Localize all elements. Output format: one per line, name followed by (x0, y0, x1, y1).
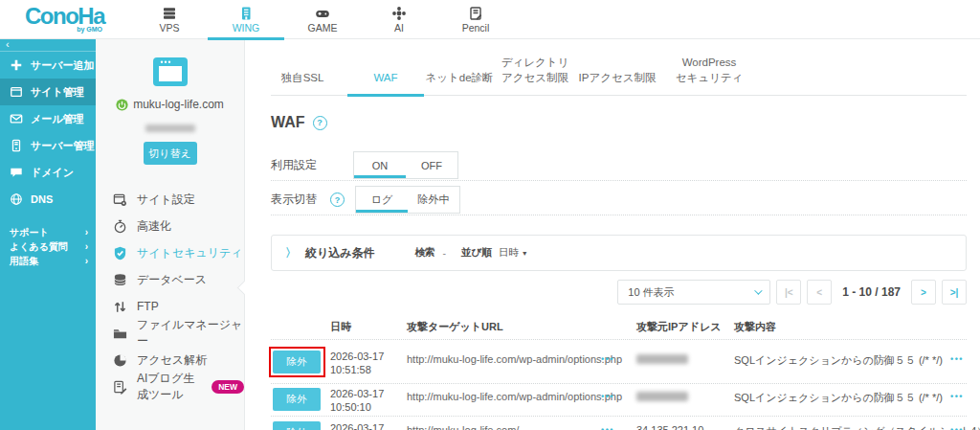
redacted-ip (636, 354, 688, 364)
search-label: 検索 (415, 246, 435, 260)
row-more-button[interactable]: ••• (950, 425, 964, 430)
server-icon (162, 6, 177, 21)
column-header-attack-content: 攻撃内容 (734, 320, 776, 334)
search-value[interactable]: - (443, 247, 447, 259)
first-page-button[interactable]: |< (776, 280, 801, 305)
sidebar-item-server-management[interactable]: サーバー管理 (0, 132, 96, 159)
menu-label: FTP (137, 300, 159, 313)
sort-value[interactable]: 日時 ▼ (499, 246, 528, 260)
site-name: muku-log-life.com (133, 98, 224, 111)
cell-source-ip: 34.135.221.10 (636, 424, 703, 430)
row-more-button[interactable]: ••• (950, 392, 964, 401)
prev-page-button[interactable]: < (807, 280, 832, 305)
usage-on-button[interactable]: ON (354, 152, 406, 178)
url-more-button[interactable]: ••• (601, 392, 614, 401)
last-page-button[interactable]: >| (942, 280, 967, 305)
sidebar-item-faq[interactable]: よくある質問 › (0, 239, 96, 254)
switch-site-button[interactable]: 切り替え (144, 142, 197, 165)
display-excluded-button[interactable]: 除外中 (408, 187, 459, 213)
per-page-select[interactable]: 10 件表示 (617, 280, 770, 305)
building-icon (238, 6, 254, 21)
glossary-label: 用語集 (10, 255, 38, 268)
chevron-down-icon (754, 286, 762, 294)
menu-item-ai-blog-tool[interactable]: AIブログ生成ツール NEW (96, 373, 244, 400)
sidebar-item-mail-management[interactable]: メール管理 (0, 105, 96, 132)
mail-icon (10, 112, 23, 125)
exclude-button[interactable]: 除外 (273, 351, 321, 373)
pie-chart-icon (113, 353, 127, 368)
menu-item-site-security[interactable]: サイトセキュリティ (96, 239, 244, 266)
gamepad-icon (315, 6, 330, 21)
security-tabs: 独自SSL WAF ネットde診断 ディレクトリ アクセス制限 IPアクセス制限… (271, 53, 967, 96)
conoha-logo[interactable]: ConoHa by GMO (25, 5, 104, 33)
display-log-button[interactable]: ログ (356, 187, 408, 213)
stopwatch-icon (113, 219, 127, 234)
new-badge: NEW (212, 380, 244, 394)
tab-directory-access-restriction[interactable]: ディレクトリ アクセス制限 (495, 55, 575, 95)
tab-ip-access-restriction[interactable]: IPアクセス制限 (575, 70, 659, 95)
chevron-right-icon: › (85, 227, 88, 238)
row-more-button[interactable]: ••• (950, 354, 964, 364)
sidebar-label: サイト管理 (31, 85, 84, 100)
nav-wing[interactable]: WING (208, 0, 284, 39)
nav-ai-label: AI (394, 22, 404, 34)
pagination: 10 件表示 |< < 1 - 10 / 187 > >| (617, 280, 967, 305)
help-icon[interactable]: ? (313, 116, 327, 130)
sidebar-item-domain[interactable]: ドメイン (0, 159, 96, 186)
nav-ai[interactable]: AI (361, 0, 437, 39)
menu-item-access-analytics[interactable]: アクセス解析 (96, 347, 244, 373)
sidebar-item-dns[interactable]: DNS (0, 186, 96, 213)
redacted-plan-name (145, 124, 195, 132)
nav-pencil[interactable]: Pencil (437, 0, 514, 39)
display-toggle: ログ 除外中 (355, 186, 460, 214)
sidebar-collapse-button[interactable]: ‹ (0, 39, 96, 52)
help-icon[interactable]: ? (330, 192, 345, 207)
tab-waf[interactable]: WAF (347, 70, 424, 95)
next-page-button[interactable]: > (911, 280, 936, 305)
sidebar-item-glossary[interactable]: 用語集 › (0, 254, 96, 268)
sidebar-label: サーバー管理 (31, 139, 95, 153)
filter-bar: 〉 絞り込み条件 検索 - 並び順 日時 ▼ (271, 235, 967, 271)
cell-target-url: http://muku-log-life.com/ (407, 424, 519, 430)
tab-wordpress-security[interactable]: WordPress セキュリティ (665, 55, 753, 95)
divider (271, 215, 967, 215)
support-label: サポート (10, 226, 49, 239)
usage-off-button[interactable]: OFF (406, 152, 457, 178)
menu-label: サイトセキュリティ (137, 245, 243, 261)
exclude-button[interactable]: 除外 (273, 421, 321, 430)
url-more-button[interactable]: ••• (601, 425, 614, 430)
nav-vps[interactable]: VPS (131, 0, 208, 39)
sidebar-item-site-management[interactable]: サイト管理 (0, 79, 96, 105)
url-more-button[interactable]: ••• (601, 354, 614, 364)
faq-label: よくある質問 (10, 240, 68, 254)
usage-setting-label: 利用設定 (271, 157, 330, 173)
menu-label: データベース (137, 272, 207, 288)
menu-item-site-settings[interactable]: サイト設定 (96, 186, 244, 213)
tab-original-ssl[interactable]: 独自SSL (271, 70, 334, 95)
main-content: 独自SSL WAF ネットde診断 ディレクトリ アクセス制限 IPアクセス制限… (245, 39, 980, 430)
menu-item-speedup[interactable]: 高速化 (96, 213, 244, 239)
cell-target-url: http://muku-log-life.com/wp-admin/option… (407, 353, 622, 365)
divider (271, 180, 967, 181)
filter-title[interactable]: 絞り込み条件 (305, 245, 375, 261)
menu-item-ftp[interactable]: FTP (96, 293, 244, 320)
expand-chevron-icon[interactable]: 〉 (285, 245, 297, 261)
menu-label: 高速化 (137, 218, 171, 235)
chat-bubble-icon (10, 166, 23, 179)
sidebar-item-add-server[interactable]: サーバー追加 (0, 52, 96, 79)
cell-target-url: http://muku-log-life.com/wp-admin/option… (407, 391, 622, 402)
plus-icon (10, 58, 23, 72)
ai-blog-icon (113, 380, 127, 395)
column-header-datetime: 日時 (330, 320, 351, 334)
menu-item-database[interactable]: データベース (96, 266, 244, 293)
table-row: 除外 2026-03-1710:51:58 http://muku-log-li… (245, 345, 980, 384)
tab-net-de-shindan[interactable]: ネットde診断 (424, 70, 495, 95)
sidebar-item-support[interactable]: サポート › (0, 225, 96, 239)
menu-item-file-manager[interactable]: ファイルマネージャー (96, 320, 244, 347)
main-sidebar: ‹ サーバー追加 サイト管理 メール管理 サーバー管理 ドメイン DNS サポー… (0, 39, 96, 430)
power-status-icon (116, 99, 128, 111)
nav-game[interactable]: GAME (284, 0, 361, 39)
window-icon (10, 85, 23, 99)
exclude-button[interactable]: 除外 (273, 388, 321, 411)
column-header-source-ip: 攻撃元IPアドレス (636, 320, 721, 334)
